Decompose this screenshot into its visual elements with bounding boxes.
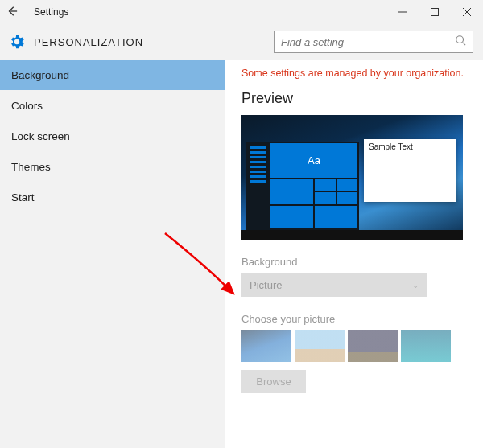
sidebar-item-lock-screen[interactable]: Lock screen bbox=[0, 121, 225, 151]
close-button[interactable] bbox=[451, 0, 483, 24]
main-content: Some settings are managed by your organi… bbox=[225, 60, 483, 448]
back-button[interactable] bbox=[0, 6, 24, 19]
window-title: Settings bbox=[34, 6, 386, 18]
gear-icon bbox=[8, 33, 26, 51]
picture-thumb bbox=[348, 330, 398, 362]
background-dropdown: Picture ⌄ bbox=[242, 273, 427, 297]
picture-thumbnails bbox=[242, 330, 470, 362]
maximize-button[interactable] bbox=[419, 0, 451, 24]
sidebar-item-label: Themes bbox=[11, 161, 51, 173]
background-label: Background bbox=[242, 256, 470, 268]
dropdown-value: Picture bbox=[250, 279, 282, 291]
preview-sample-window: Sample Text bbox=[364, 139, 456, 202]
minimize-button[interactable] bbox=[386, 0, 419, 24]
sidebar: Background Colors Lock screen Themes Sta… bbox=[0, 60, 225, 448]
svg-line-5 bbox=[463, 43, 466, 46]
svg-point-4 bbox=[456, 36, 464, 43]
choose-picture-label: Choose your picture bbox=[242, 313, 470, 325]
search-box[interactable] bbox=[274, 31, 473, 53]
sidebar-item-background[interactable]: Background bbox=[0, 60, 225, 90]
sidebar-item-label: Start bbox=[11, 191, 35, 203]
search-icon bbox=[455, 35, 466, 49]
browse-button: Browse bbox=[242, 370, 306, 393]
sidebar-item-themes[interactable]: Themes bbox=[0, 151, 225, 182]
svg-rect-1 bbox=[431, 9, 439, 16]
preview-heading: Preview bbox=[242, 90, 470, 107]
preview-start-menu: Aa bbox=[246, 142, 359, 230]
picture-thumb bbox=[401, 330, 451, 362]
org-warning: Some settings are managed by your organi… bbox=[242, 68, 470, 79]
preview-pane: Aa Sample Text bbox=[242, 115, 463, 240]
chevron-down-icon: ⌄ bbox=[412, 281, 419, 290]
sidebar-item-colors[interactable]: Colors bbox=[0, 90, 225, 121]
picture-thumb bbox=[295, 330, 345, 362]
sidebar-item-label: Background bbox=[11, 69, 69, 81]
preview-taskbar bbox=[242, 230, 463, 240]
header: PERSONALIZATION bbox=[0, 24, 483, 60]
sample-text: Sample Text bbox=[369, 142, 413, 151]
titlebar: Settings bbox=[0, 0, 483, 24]
sidebar-item-start[interactable]: Start bbox=[0, 182, 225, 212]
sidebar-item-label: Lock screen bbox=[11, 130, 70, 142]
picture-thumb bbox=[242, 330, 291, 362]
sidebar-item-label: Colors bbox=[11, 100, 43, 112]
section-title: PERSONALIZATION bbox=[34, 36, 274, 48]
preview-tile-aa: Aa bbox=[270, 143, 357, 178]
search-input[interactable] bbox=[281, 36, 455, 48]
